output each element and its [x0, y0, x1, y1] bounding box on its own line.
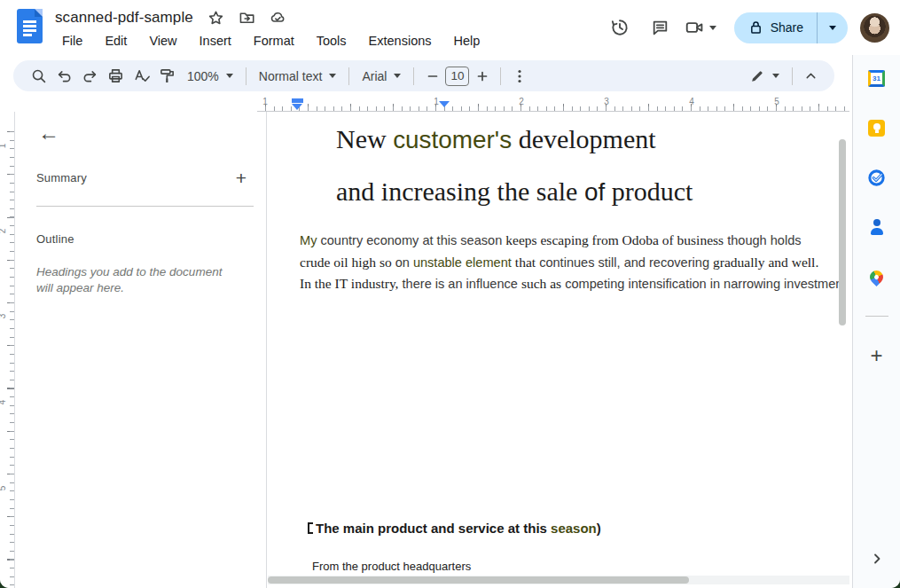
zoom-value: 100%: [187, 69, 219, 83]
horizontal-ruler[interactable]: 112345: [257, 96, 849, 112]
join-call-control[interactable]: [685, 18, 720, 37]
menu-file[interactable]: File: [55, 32, 90, 50]
outline-label: Outline: [36, 232, 74, 246]
google-docs-logo[interactable]: [17, 9, 43, 43]
get-addons-button[interactable]: +: [870, 343, 882, 368]
google-maps-icon[interactable]: [861, 261, 893, 293]
summary-label: Summary: [36, 171, 87, 184]
share-button-label: Share: [771, 20, 803, 35]
decrease-font-size-icon[interactable]: [419, 63, 445, 89]
browser-window: scanned-pdf-sample File Edit View Insert…: [0, 0, 900, 588]
document-tabs-panel: ← Summary + Outline Headings you add to …: [14, 112, 267, 588]
hide-menus-icon[interactable]: [798, 63, 824, 89]
side-apps-panel: 31 +: [852, 55, 900, 588]
horizontal-scrollbar-thumb[interactable]: [268, 576, 689, 584]
paint-format-icon[interactable]: [154, 63, 180, 89]
menu-extensions[interactable]: Extensions: [362, 32, 439, 50]
styles-value: Normal text: [259, 69, 323, 83]
menu-view[interactable]: View: [142, 32, 184, 50]
share-options-caret[interactable]: [818, 12, 848, 43]
google-calendar-icon[interactable]: 31: [861, 62, 893, 94]
panel-divider: [36, 206, 254, 207]
star-icon[interactable]: [207, 10, 224, 27]
menu-help[interactable]: Help: [447, 32, 488, 50]
menu-edit[interactable]: Edit: [98, 32, 134, 50]
document-footer-line: From the product headquarters: [312, 560, 471, 573]
account-avatar[interactable]: [860, 13, 889, 43]
increase-font-size-icon[interactable]: [469, 63, 495, 89]
add-summary-button[interactable]: +: [231, 167, 252, 189]
editing-mode-select[interactable]: [742, 63, 787, 89]
document-subheading: The main product and service at this sea…: [308, 521, 601, 536]
outline-hint-text: Headings you add to the document will ap…: [36, 264, 240, 296]
font-value: Arial: [362, 69, 387, 83]
undo-icon[interactable]: [51, 63, 77, 89]
move-folder-icon[interactable]: [239, 10, 255, 27]
cloud-status-icon[interactable]: [270, 10, 286, 27]
menu-tools[interactable]: Tools: [309, 32, 354, 50]
show-side-panel-icon[interactable]: [870, 552, 884, 569]
document-paragraph: My country economy at this season keeps …: [300, 230, 849, 295]
redo-icon[interactable]: [77, 63, 103, 89]
vertical-ruler[interactable]: 12345: [0, 112, 14, 588]
google-docs-app: scanned-pdf-sample File Edit View Insert…: [0, 0, 900, 588]
share-button[interactable]: Share: [734, 12, 848, 43]
search-menus-icon[interactable]: [26, 63, 51, 89]
menu-bar: File Edit View Insert Format Tools Exten…: [55, 32, 487, 50]
indent-marker[interactable]: [439, 101, 450, 107]
comments-icon[interactable]: [644, 11, 677, 44]
document-title[interactable]: scanned-pdf-sample: [55, 9, 193, 27]
version-history-icon[interactable]: [603, 11, 637, 44]
vertical-scrollbar[interactable]: [839, 139, 846, 325]
pen-icon: [749, 68, 765, 84]
left-indent-marker[interactable]: [292, 104, 302, 110]
print-icon[interactable]: [103, 63, 129, 89]
google-tasks-icon[interactable]: [861, 161, 893, 193]
menu-format[interactable]: Format: [247, 32, 301, 50]
google-contacts-icon[interactable]: [861, 211, 893, 243]
calendar-day-label: 31: [868, 70, 885, 87]
close-panel-back-icon[interactable]: ←: [38, 122, 59, 144]
zoom-select[interactable]: 100%: [180, 63, 240, 89]
first-line-indent-marker[interactable]: [292, 98, 303, 103]
google-keep-icon[interactable]: [861, 112, 893, 144]
top-bar: scanned-pdf-sample File Edit View Insert…: [0, 0, 900, 55]
side-panel-divider: [865, 316, 888, 317]
document-heading: New customer's development and increasin…: [336, 114, 846, 218]
lock-icon: [749, 20, 763, 35]
call-caret-icon: [709, 26, 716, 30]
toolbar: 100% Normal text Arial 10: [13, 60, 834, 91]
font-size-input[interactable]: 10: [445, 67, 469, 86]
styles-select[interactable]: Normal text: [252, 63, 344, 89]
more-toolbar-options-icon[interactable]: [506, 63, 532, 89]
menu-insert[interactable]: Insert: [192, 32, 239, 50]
document-page[interactable]: New customer's development and increasin…: [268, 112, 849, 588]
font-select[interactable]: Arial: [355, 63, 408, 89]
docs-logo-fold: [35, 9, 43, 17]
spell-check-icon[interactable]: [129, 63, 154, 89]
